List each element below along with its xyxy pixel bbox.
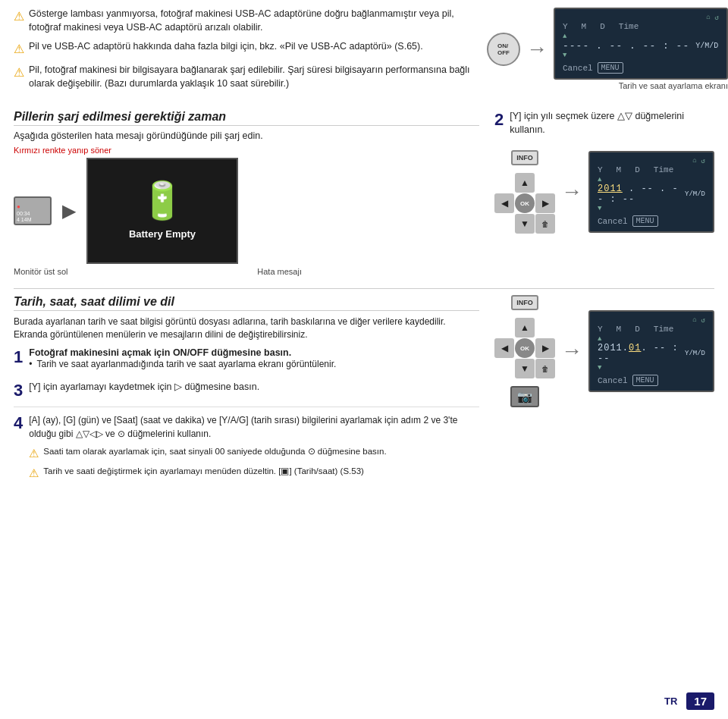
step4-note-2: ⚠ Tarih ve saati değiştirmek için ayarla… xyxy=(29,465,479,481)
home-icon-3: ⌂ xyxy=(692,316,696,325)
battery-empty-text: Battery Empty xyxy=(129,228,196,240)
step1-note-label: Tarih ve saat ayarlama ekranı xyxy=(554,81,728,90)
lcd2-header: Y M D Time xyxy=(598,165,705,174)
warning-1: ⚠ Gösterge lambası yanmıyorsa, fotoğraf … xyxy=(14,8,472,34)
lcd3-cancel-label: Cancel xyxy=(598,376,628,385)
tarih-subtitle: Burada ayarlanan tarih ve saat bilgisi g… xyxy=(14,316,479,341)
lcd1-menu-box: MENU xyxy=(598,62,623,74)
pad-ok[interactable]: OK xyxy=(515,193,535,213)
camera-body-icon: 📷 xyxy=(510,386,539,407)
pillerin-title: Pillerin şarj edilmesi gerektiği zaman xyxy=(14,110,479,126)
lcd1-header: Y M D Time xyxy=(563,22,719,31)
arrow-right-1: → xyxy=(526,37,548,61)
count-val: 4 xyxy=(17,217,20,222)
lcd1-d: D xyxy=(600,22,605,31)
step3-panel: INFO ▲ ◀ OK ▶ ▼ 🗑 📷 xyxy=(494,295,714,407)
timer-val: 00:34 xyxy=(17,211,31,217)
arrow-right-2: → xyxy=(561,180,582,204)
lcd-panel-3: ⌂ ↺ Y M D Time ▲ 2011.01. -- : -- Y/M/D … xyxy=(588,310,714,392)
lcd2-value: 2011 . -- . -- : -- Y/M/D xyxy=(598,184,705,205)
lcd-screen-1: ⌂ ↺ Y M D Time ▲ ---- . xyxy=(554,8,728,90)
warning-text-1: Gösterge lambası yanmıyorsa, fotoğraf ma… xyxy=(29,8,472,34)
tarih-right: INFO ▲ ◀ OK ▶ ▼ 🗑 📷 xyxy=(494,295,714,484)
warning-icon-2: ⚠ xyxy=(14,41,24,58)
divider xyxy=(14,288,714,289)
camera-timer-display: 00:34 4 14M xyxy=(17,211,31,222)
step2-block: 2 [Y] için yılı seçmek üzere △▽ düğmeler… xyxy=(494,110,714,137)
pad-left[interactable]: ◀ xyxy=(494,193,514,213)
pad-right[interactable]: ▶ xyxy=(535,193,555,213)
arrow-right-3: → xyxy=(561,339,582,363)
page-number: 17 xyxy=(686,692,714,710)
lcd2-display: 2011 . -- . -- : -- xyxy=(598,184,679,205)
pad3-ok[interactable]: OK xyxy=(515,338,535,358)
lcd1-ymd: Y/M/D xyxy=(695,42,718,50)
nav-pad-3: ▲ ◀ OK ▶ ▼ 🗑 xyxy=(494,318,555,378)
step2-right: 2 [Y] için yılı seçmek üzere △▽ düğmeler… xyxy=(494,110,714,234)
warning-text-3: Pil, fotoğraf makinesi bir bilgisayara b… xyxy=(29,64,472,90)
lcd2-year: 2011 xyxy=(598,184,623,194)
pad3-up[interactable]: ▲ xyxy=(515,318,535,338)
lcd3-ymd: Y/M/D xyxy=(685,350,705,357)
home-icon: ⌂ xyxy=(706,14,710,22)
blink-indicator: ● xyxy=(17,199,20,211)
info-button-3[interactable]: INFO xyxy=(511,295,538,310)
warning-text-2: Pil ve USB-AC adaptörü hakkında daha faz… xyxy=(29,40,423,58)
pad-trash[interactable]: 🗑 xyxy=(535,214,555,234)
step3-ctrl: INFO ▲ ◀ OK ▶ ▼ 🗑 📷 xyxy=(494,295,555,407)
lcd2-m: M xyxy=(617,165,622,174)
pad-down[interactable]: ▼ xyxy=(515,214,535,234)
nav-pad: ▲ ◀ OK ▶ ▼ 🗑 xyxy=(494,173,555,234)
lcd3-menu-box: MENU xyxy=(632,375,658,386)
step1-right: ON/OFF → ⌂ ↺ Y M D xyxy=(487,8,714,96)
step4-note-1: ⚠ Saati tam olarak ayarlamak için, saat … xyxy=(29,445,479,461)
warning-3: ⚠ Pil, fotoğraf makinesi bir bilgisayara… xyxy=(14,64,472,90)
pad3-empty-tr xyxy=(535,318,555,338)
step1-bullet: • Tarih ve saat ayarlanmadığında tarih v… xyxy=(29,358,336,371)
step1-block: 1 Fotoğraf makinesini açmak için ON/OFF … xyxy=(14,347,479,373)
step4-note-text-1: Saati tam olarak ayarlamak için, saat si… xyxy=(43,445,386,461)
lcd-panel-1: ⌂ ↺ Y M D Time ▲ ---- . xyxy=(554,8,728,80)
info-button[interactable]: INFO xyxy=(511,150,538,165)
lcd2-y: Y xyxy=(598,165,603,174)
warning-2: ⚠ Pil ve USB-AC adaptörü hakkında daha f… xyxy=(14,40,472,58)
battery-empty-icon: 🔋 xyxy=(140,183,185,219)
pad3-empty-bl xyxy=(494,359,514,378)
lcd2-cancel-row: Cancel MENU xyxy=(598,215,705,227)
lcd2-menu-box: MENU xyxy=(632,215,658,227)
pad3-left[interactable]: ◀ xyxy=(494,338,514,358)
lcd3-value: 2011.01. -- : -- Y/M/D xyxy=(598,343,705,364)
warning-icon-3: ⚠ xyxy=(14,64,24,90)
camera-symbol: 📷 xyxy=(517,390,532,404)
page: ⚠ Gösterge lambası yanmıyorsa, fotoğraf … xyxy=(0,0,728,492)
monitor-label: Monitör üst sol xyxy=(14,267,68,276)
step4-note-text-2: Tarih ve saati değiştirmek için ayarlama… xyxy=(43,465,364,481)
lcd3-time: Time xyxy=(654,325,673,334)
lcd3-d: D xyxy=(635,325,640,334)
pad-up[interactable]: ▲ xyxy=(515,173,535,193)
step2-ctrl: INFO ▲ ◀ OK ▶ ▼ 🗑 xyxy=(494,150,555,234)
exclaim-icon-2: ⚠ xyxy=(29,465,39,481)
lcd1-cancel-label: Cancel xyxy=(563,64,593,73)
step3-text: [Y] için ayarlamayı kaydetmek için ▷ düğ… xyxy=(29,381,259,394)
pad3-down[interactable]: ▼ xyxy=(515,359,535,378)
pad3-right[interactable]: ▶ xyxy=(535,338,555,358)
lcd1-y: Y xyxy=(563,22,568,31)
rotate-icon-3: ↺ xyxy=(701,316,705,325)
step2-text: [Y] için yılı seçmek üzere △▽ düğmelerin… xyxy=(510,110,714,137)
onoff-button[interactable]: ON/OFF xyxy=(487,33,520,66)
lcd2-d: D xyxy=(635,165,640,174)
camera-icon-small: ● 00:34 4 14M xyxy=(14,196,52,225)
lcd1-arrows-down: ▼ xyxy=(563,52,719,59)
step1-title: Fotoğraf makinesini açmak için ON/OFF dü… xyxy=(29,347,336,358)
home-icon-2: ⌂ xyxy=(692,157,696,165)
lcd3-m: M xyxy=(617,325,622,334)
step3-num: 3 xyxy=(14,381,23,400)
page-footer: TR 17 xyxy=(664,692,714,710)
pad3-trash[interactable]: 🗑 xyxy=(535,359,555,378)
pillerin-subtitle: Aşağıda gösterilen hata mesajı göründüğü… xyxy=(14,130,479,141)
count-display: 4 14M xyxy=(17,217,31,223)
lcd3-display: 2011.01. -- : -- xyxy=(598,343,680,364)
lcd2-time: Time xyxy=(654,165,673,174)
pad-empty-tr xyxy=(535,173,555,193)
